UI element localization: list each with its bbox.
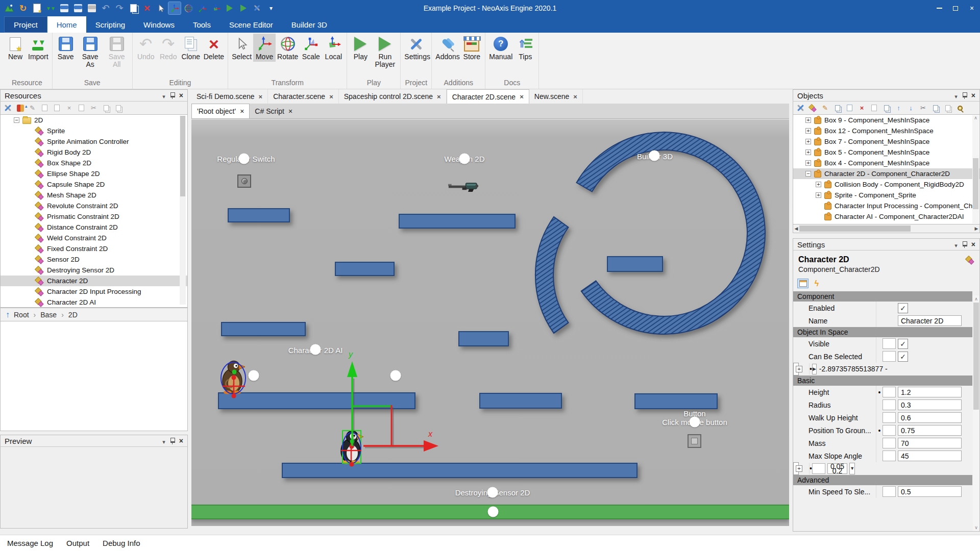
platform-box[interactable] xyxy=(282,463,638,478)
platform-box[interactable] xyxy=(634,393,718,409)
new-resource-icon[interactable] xyxy=(53,104,61,112)
platform-box[interactable] xyxy=(228,208,290,222)
default-flag-box[interactable] xyxy=(883,387,896,397)
expander-icon[interactable] xyxy=(805,171,811,177)
platform-box[interactable] xyxy=(399,214,516,229)
resource-item[interactable]: Mesh Shape 2D xyxy=(1,190,187,201)
save-as-icon[interactable] xyxy=(72,2,84,14)
menu-tab[interactable]: Scene Editor xyxy=(220,16,282,33)
platform-box[interactable] xyxy=(458,331,509,346)
resources-scrollbar[interactable] xyxy=(180,116,186,305)
resource-item[interactable]: Character 2D AI xyxy=(1,297,187,308)
redo-button[interactable]: ↷Redo xyxy=(157,34,180,62)
resource-item[interactable]: Sensor 2D xyxy=(1,254,187,265)
settings-button[interactable]: Settings xyxy=(403,34,429,62)
move-tool-icon[interactable] xyxy=(168,2,181,14)
resource-item[interactable]: Sprite Animation Controller xyxy=(1,136,187,147)
value-input[interactable]: 0.75 xyxy=(898,425,962,436)
search-icon[interactable] xyxy=(955,104,964,112)
scene-tab[interactable]: New.scene × xyxy=(529,89,583,104)
close-icon[interactable]: × xyxy=(971,92,975,98)
store-button[interactable]: Store xyxy=(460,34,483,62)
window-icon[interactable] xyxy=(833,104,842,112)
move-up-icon[interactable]: ↑ xyxy=(894,104,903,112)
waypoint-dot[interactable] xyxy=(310,344,321,355)
delete-icon[interactable] xyxy=(141,2,153,14)
addons-button[interactable]: Addons xyxy=(434,34,460,62)
refresh-icon[interactable] xyxy=(17,2,29,14)
waypoint-dot[interactable] xyxy=(649,151,660,161)
value-input[interactable]: 70 xyxy=(898,438,962,448)
objects-settings-icon[interactable] xyxy=(796,104,805,112)
object-item[interactable]: Character 2D - Component_Character2D xyxy=(793,168,979,179)
save-icon[interactable] xyxy=(58,2,70,14)
delete-resource-icon[interactable]: × xyxy=(65,104,74,112)
expander-icon[interactable]: + xyxy=(796,366,802,372)
platform-box[interactable] xyxy=(221,322,306,336)
play-button[interactable]: Play xyxy=(349,34,372,62)
name-input[interactable]: Character 2D xyxy=(898,315,962,326)
waypoint-dot[interactable] xyxy=(390,370,401,381)
default-flag-box[interactable] xyxy=(883,438,896,448)
rename-icon[interactable] xyxy=(77,104,86,112)
paste-icon[interactable] xyxy=(114,104,122,112)
expander-icon[interactable] xyxy=(805,117,811,123)
copy-icon[interactable] xyxy=(931,104,940,112)
events-tab-icon[interactable]: ϟ xyxy=(812,279,822,288)
status-bar-tab[interactable]: Output xyxy=(66,539,89,547)
settings-icon[interactable] xyxy=(251,2,263,14)
visible-checkbox[interactable]: ✓ xyxy=(898,339,908,349)
close-tab-icon[interactable]: × xyxy=(259,93,263,101)
toolbar-more-icon[interactable] xyxy=(265,2,277,14)
settings-scrollbar[interactable]: ∧∨ xyxy=(973,295,979,531)
resource-item[interactable]: Capsule Shape 2D xyxy=(1,179,187,190)
objects-vertical-scrollbar[interactable]: ∧ xyxy=(972,115,979,223)
menu-tab[interactable]: Builder 3D xyxy=(282,16,336,33)
breadcrumb-item[interactable]: Base xyxy=(29,311,57,319)
local-tool-icon[interactable] xyxy=(210,2,222,14)
edit-icon[interactable]: ✎ xyxy=(28,104,37,112)
scene-viewport[interactable]: y x Regulator Switch Weapon 2D Builder 3… xyxy=(191,119,789,526)
close-tab-icon[interactable]: × xyxy=(573,93,577,101)
close-icon[interactable]: × xyxy=(971,241,975,247)
resource-item[interactable]: Box Shape 2D xyxy=(1,158,187,168)
resource-item[interactable]: Prismatic Constraint 2D xyxy=(1,211,187,222)
panel-menu-icon[interactable] xyxy=(954,91,958,100)
new-file-icon[interactable] xyxy=(31,2,43,14)
minimize-button[interactable] xyxy=(931,0,947,16)
pin-icon[interactable] xyxy=(170,92,175,99)
menu-tab[interactable]: Windows xyxy=(134,16,184,33)
close-icon[interactable]: × xyxy=(179,438,183,444)
transform-expand-button[interactable]: ▶ xyxy=(812,364,817,374)
scene-tab[interactable]: Character 2D.scene × xyxy=(447,89,529,104)
close-tab-icon[interactable]: × xyxy=(520,93,524,101)
resource-item[interactable]: Fixed Constraint 2D xyxy=(1,243,187,254)
default-flag-box[interactable] xyxy=(883,338,896,349)
open-icon[interactable] xyxy=(40,104,49,112)
paste-icon[interactable] xyxy=(943,104,952,112)
menu-tab[interactable]: Tools xyxy=(184,16,220,33)
section-advanced[interactable]: Advanced xyxy=(793,475,972,485)
value-input[interactable]: 1.2 xyxy=(898,387,962,397)
close-tab-icon[interactable]: × xyxy=(288,107,292,115)
resource-item[interactable]: Destroying Sensor 2D xyxy=(1,265,187,276)
copy-icon[interactable] xyxy=(102,104,110,112)
weapon-sprite[interactable] xyxy=(448,181,480,192)
new-button[interactable]: New xyxy=(4,34,27,62)
platform-box[interactable] xyxy=(479,393,562,409)
scene-tab[interactable]: Character.scene × xyxy=(268,89,339,104)
cut-icon[interactable]: ✂ xyxy=(919,104,927,112)
resource-item[interactable]: Weld Constraint 2D xyxy=(1,233,187,243)
scene-tab[interactable]: Sci-fi Demo.scene × xyxy=(191,89,268,104)
enabled-checkbox[interactable]: ✓ xyxy=(898,303,908,313)
import-icon[interactable] xyxy=(44,2,57,14)
resource-item[interactable]: Character 2D Input Processing xyxy=(1,286,187,297)
resource-item[interactable]: Character 2D xyxy=(1,276,187,286)
close-tab-icon[interactable]: × xyxy=(437,93,441,101)
maximize-button[interactable] xyxy=(947,0,964,16)
component-icon[interactable] xyxy=(808,104,817,112)
tree-folder-2d[interactable]: 2D xyxy=(1,115,187,126)
up-arrow-icon[interactable]: ↑ xyxy=(6,310,10,319)
status-bar-tab[interactable]: Debug Info xyxy=(103,539,140,547)
expander-icon[interactable] xyxy=(805,128,811,134)
